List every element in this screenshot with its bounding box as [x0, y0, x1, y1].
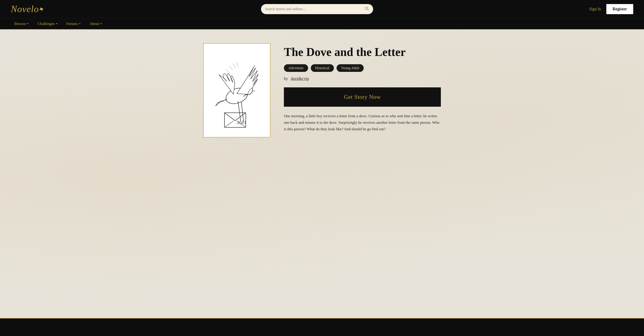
nav-label-browse: Browse [14, 22, 26, 26]
register-button[interactable]: Register [606, 4, 633, 14]
story-info: The Dove and the Letter Adventure Histor… [284, 43, 441, 132]
dove-illustration [208, 48, 266, 133]
tag-adventure[interactable]: Adventure [284, 64, 308, 72]
chevron-down-icon: ▾ [100, 22, 102, 25]
header: Novelo ✦ Sign In Register [0, 0, 644, 18]
chevron-down-icon: ▾ [56, 22, 58, 25]
svg-line-12 [229, 66, 233, 70]
svg-line-11 [226, 69, 230, 73]
sign-in-button[interactable]: Sign In [589, 7, 601, 12]
svg-line-14 [236, 62, 238, 67]
logo: Novelo ✦ [11, 4, 45, 14]
logo-feather-icon: ✦ [38, 4, 46, 14]
story-title: The Dove and the Letter [284, 45, 441, 59]
author-link[interactable]: davidkcyip [291, 76, 309, 81]
author-prefix: by [284, 76, 288, 81]
logo-text: Novelo [11, 4, 39, 14]
book-cover [203, 43, 270, 137]
nav-label-forums: Forums [66, 22, 78, 26]
search-input[interactable] [265, 7, 362, 11]
get-story-button[interactable]: Get Story Now [284, 87, 441, 107]
tags-container: Adventure Historical Young Adult [284, 64, 441, 72]
chevron-down-icon: ▾ [27, 22, 29, 25]
nav-item-forums[interactable]: Forums ▾ [63, 18, 84, 29]
main-content: The Dove and the Letter Adventure Histor… [0, 30, 644, 318]
nav-label-about: About [90, 22, 99, 26]
search-area [261, 4, 373, 14]
author-line: by davidkcyip [284, 76, 441, 81]
nav-label-challenges: Challenges [38, 22, 55, 26]
nav-item-browse[interactable]: Browse ▾ [11, 18, 32, 29]
nav-item-challenges[interactable]: Challenges ▾ [34, 18, 61, 29]
svg-line-13 [233, 63, 236, 68]
main-nav: Browse ▾ Challenges ▾ Forums ▾ About ▾ [0, 18, 644, 30]
tag-young-adult[interactable]: Young Adult [336, 64, 364, 72]
search-wrapper [261, 4, 373, 14]
footer [0, 318, 644, 336]
tag-historical[interactable]: Historical [311, 64, 334, 72]
header-actions: Sign In Register [589, 4, 633, 14]
story-description: One morning, a little boy receives a let… [284, 113, 441, 132]
svg-line-1 [368, 9, 369, 10]
nav-item-about[interactable]: About ▾ [86, 18, 106, 29]
chevron-down-icon: ▾ [79, 22, 80, 25]
book-cover-wrapper [203, 43, 270, 137]
search-icon [364, 6, 369, 12]
